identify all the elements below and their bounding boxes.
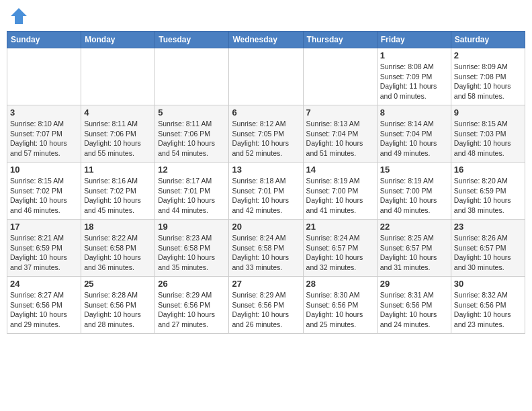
day-detail: Sunrise: 8:16 AM Sunset: 7:02 PM Dayligh… [84, 176, 152, 216]
day-number: 28 [306, 279, 374, 289]
day-detail: Sunrise: 8:14 AM Sunset: 7:04 PM Dayligh… [380, 119, 448, 158]
day-cell [229, 48, 303, 105]
day-detail: Sunrise: 8:29 AM Sunset: 6:56 PM Dayligh… [158, 290, 226, 330]
week-row-4: 17Sunrise: 8:21 AM Sunset: 6:59 PM Dayli… [7, 220, 525, 277]
svg-marker-0 [11, 8, 27, 24]
day-cell: 4Sunrise: 8:11 AM Sunset: 7:06 PM Daylig… [81, 105, 155, 163]
day-number: 9 [454, 107, 522, 118]
day-cell: 18Sunrise: 8:22 AM Sunset: 6:58 PM Dayli… [81, 220, 155, 277]
day-cell: 29Sunrise: 8:31 AM Sunset: 6:56 PM Dayli… [377, 277, 451, 334]
day-detail: Sunrise: 8:11 AM Sunset: 7:06 PM Dayligh… [158, 119, 226, 158]
day-detail: Sunrise: 8:21 AM Sunset: 6:59 PM Dayligh… [10, 233, 78, 273]
day-cell: 27Sunrise: 8:29 AM Sunset: 6:56 PM Dayli… [229, 277, 303, 334]
day-cell: 14Sunrise: 8:19 AM Sunset: 7:00 PM Dayli… [303, 163, 377, 220]
day-number: 3 [10, 107, 78, 118]
day-detail: Sunrise: 8:17 AM Sunset: 7:01 PM Dayligh… [158, 176, 226, 216]
day-cell [155, 48, 229, 105]
weekday-row: SundayMondayTuesdayWednesdayThursdayFrid… [7, 32, 525, 48]
day-detail: Sunrise: 8:20 AM Sunset: 6:59 PM Dayligh… [454, 176, 522, 216]
week-row-1: 1Sunrise: 8:08 AM Sunset: 7:09 PM Daylig… [7, 48, 525, 105]
day-number: 22 [380, 222, 448, 232]
day-detail: Sunrise: 8:29 AM Sunset: 6:56 PM Dayligh… [232, 290, 300, 330]
day-number: 18 [84, 222, 152, 232]
day-cell: 17Sunrise: 8:21 AM Sunset: 6:59 PM Dayli… [7, 220, 81, 277]
day-number: 2 [454, 50, 522, 60]
day-cell: 21Sunrise: 8:24 AM Sunset: 6:57 PM Dayli… [303, 220, 377, 277]
day-detail: Sunrise: 8:15 AM Sunset: 7:02 PM Dayligh… [10, 176, 78, 216]
logo-icon [9, 7, 28, 26]
day-cell [303, 48, 377, 105]
day-detail: Sunrise: 8:12 AM Sunset: 7:05 PM Dayligh… [232, 119, 300, 158]
day-detail: Sunrise: 8:22 AM Sunset: 6:58 PM Dayligh… [84, 233, 152, 273]
day-number: 7 [306, 107, 374, 118]
day-number: 24 [10, 279, 78, 289]
day-cell: 8Sunrise: 8:14 AM Sunset: 7:04 PM Daylig… [377, 105, 451, 163]
day-cell: 9Sunrise: 8:15 AM Sunset: 7:03 PM Daylig… [451, 105, 525, 163]
day-cell: 3Sunrise: 8:10 AM Sunset: 7:07 PM Daylig… [7, 105, 81, 163]
day-number: 11 [84, 165, 152, 175]
day-detail: Sunrise: 8:19 AM Sunset: 7:00 PM Dayligh… [380, 176, 448, 216]
day-cell: 30Sunrise: 8:32 AM Sunset: 6:56 PM Dayli… [451, 277, 525, 334]
day-detail: Sunrise: 8:19 AM Sunset: 7:00 PM Dayligh… [306, 176, 374, 216]
day-detail: Sunrise: 8:08 AM Sunset: 7:09 PM Dayligh… [380, 62, 448, 101]
day-cell: 10Sunrise: 8:15 AM Sunset: 7:02 PM Dayli… [7, 163, 81, 220]
day-cell: 22Sunrise: 8:25 AM Sunset: 6:57 PM Dayli… [377, 220, 451, 277]
day-number: 13 [232, 165, 300, 175]
day-number: 14 [306, 165, 374, 175]
logo [9, 7, 31, 26]
day-number: 30 [454, 279, 522, 289]
day-number: 4 [84, 107, 152, 118]
day-cell [81, 48, 155, 105]
day-cell: 26Sunrise: 8:29 AM Sunset: 6:56 PM Dayli… [155, 277, 229, 334]
day-detail: Sunrise: 8:24 AM Sunset: 6:58 PM Dayligh… [232, 233, 300, 273]
day-detail: Sunrise: 8:15 AM Sunset: 7:03 PM Dayligh… [454, 119, 522, 158]
page-header [7, 7, 525, 26]
day-cell: 6Sunrise: 8:12 AM Sunset: 7:05 PM Daylig… [229, 105, 303, 163]
day-detail: Sunrise: 8:24 AM Sunset: 6:57 PM Dayligh… [306, 233, 374, 273]
day-detail: Sunrise: 8:30 AM Sunset: 6:56 PM Dayligh… [306, 290, 374, 330]
weekday-header-sunday: Sunday [7, 32, 81, 48]
day-number: 16 [454, 165, 522, 175]
day-cell: 2Sunrise: 8:09 AM Sunset: 7:08 PM Daylig… [451, 48, 525, 105]
day-detail: Sunrise: 8:31 AM Sunset: 6:56 PM Dayligh… [380, 290, 448, 330]
day-cell [7, 48, 81, 105]
day-detail: Sunrise: 8:18 AM Sunset: 7:01 PM Dayligh… [232, 176, 300, 216]
day-number: 10 [10, 165, 78, 175]
day-cell: 12Sunrise: 8:17 AM Sunset: 7:01 PM Dayli… [155, 163, 229, 220]
weekday-header-monday: Monday [81, 32, 155, 48]
weekday-header-wednesday: Wednesday [229, 32, 303, 48]
day-cell: 5Sunrise: 8:11 AM Sunset: 7:06 PM Daylig… [155, 105, 229, 163]
day-number: 29 [380, 279, 448, 289]
day-number: 5 [158, 107, 226, 118]
week-row-2: 3Sunrise: 8:10 AM Sunset: 7:07 PM Daylig… [7, 105, 525, 163]
day-cell: 1Sunrise: 8:08 AM Sunset: 7:09 PM Daylig… [377, 48, 451, 105]
day-number: 1 [380, 50, 448, 60]
week-row-3: 10Sunrise: 8:15 AM Sunset: 7:02 PM Dayli… [7, 163, 525, 220]
day-detail: Sunrise: 8:23 AM Sunset: 6:58 PM Dayligh… [158, 233, 226, 273]
day-detail: Sunrise: 8:11 AM Sunset: 7:06 PM Dayligh… [84, 119, 152, 158]
day-cell: 19Sunrise: 8:23 AM Sunset: 6:58 PM Dayli… [155, 220, 229, 277]
calendar-table: SundayMondayTuesdayWednesdayThursdayFrid… [7, 31, 525, 334]
day-cell: 16Sunrise: 8:20 AM Sunset: 6:59 PM Dayli… [451, 163, 525, 220]
weekday-header-tuesday: Tuesday [155, 32, 229, 48]
calendar-body: 1Sunrise: 8:08 AM Sunset: 7:09 PM Daylig… [7, 48, 525, 334]
day-detail: Sunrise: 8:25 AM Sunset: 6:57 PM Dayligh… [380, 233, 448, 273]
day-cell: 20Sunrise: 8:24 AM Sunset: 6:58 PM Dayli… [229, 220, 303, 277]
day-cell: 25Sunrise: 8:28 AM Sunset: 6:56 PM Dayli… [81, 277, 155, 334]
day-detail: Sunrise: 8:32 AM Sunset: 6:56 PM Dayligh… [454, 290, 522, 330]
day-detail: Sunrise: 8:10 AM Sunset: 7:07 PM Dayligh… [10, 119, 78, 158]
day-number: 12 [158, 165, 226, 175]
day-cell: 23Sunrise: 8:26 AM Sunset: 6:57 PM Dayli… [451, 220, 525, 277]
day-number: 6 [232, 107, 300, 118]
week-row-5: 24Sunrise: 8:27 AM Sunset: 6:56 PM Dayli… [7, 277, 525, 334]
weekday-header-thursday: Thursday [303, 32, 377, 48]
day-detail: Sunrise: 8:26 AM Sunset: 6:57 PM Dayligh… [454, 233, 522, 273]
weekday-header-saturday: Saturday [451, 32, 525, 48]
day-cell: 24Sunrise: 8:27 AM Sunset: 6:56 PM Dayli… [7, 277, 81, 334]
day-detail: Sunrise: 8:27 AM Sunset: 6:56 PM Dayligh… [10, 290, 78, 330]
day-number: 21 [306, 222, 374, 232]
day-number: 27 [232, 279, 300, 289]
day-cell: 11Sunrise: 8:16 AM Sunset: 7:02 PM Dayli… [81, 163, 155, 220]
day-number: 26 [158, 279, 226, 289]
day-cell: 13Sunrise: 8:18 AM Sunset: 7:01 PM Dayli… [229, 163, 303, 220]
